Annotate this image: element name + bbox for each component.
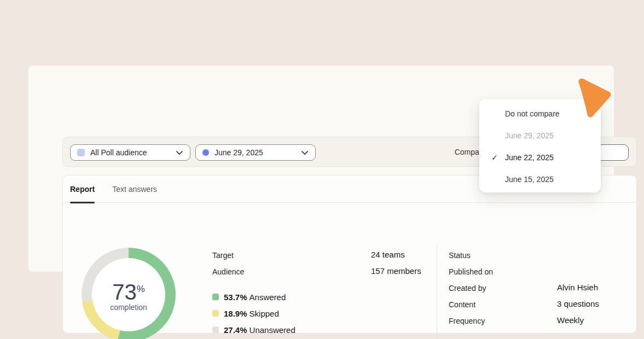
target-audience-label-line2: Audience bbox=[212, 266, 244, 277]
unanswered-label: Unanswered bbox=[250, 325, 295, 335]
content-label: Content bbox=[449, 299, 475, 310]
legend-item-skipped: 18.9% Skipped bbox=[212, 308, 279, 319]
menu-item-june-22-label: June 22, 2025 bbox=[505, 153, 554, 162]
chevron-down-icon bbox=[301, 148, 309, 157]
date-select[interactable]: June 29, 2025 bbox=[195, 144, 316, 161]
created-by-label: Created by bbox=[449, 283, 486, 294]
tab-report[interactable]: Report bbox=[70, 176, 95, 203]
tab-text-answers[interactable]: Text answers bbox=[112, 176, 157, 203]
target-teams-value: 24 teams bbox=[371, 249, 405, 260]
check-icon: ✓ bbox=[491, 153, 498, 162]
percent-sign: % bbox=[137, 284, 145, 294]
menu-item-june-22[interactable]: ✓ June 22, 2025 bbox=[479, 147, 601, 168]
chevron-down-icon bbox=[176, 148, 183, 157]
completion-caption: completion bbox=[110, 303, 147, 312]
content-value: 3 questions bbox=[557, 299, 599, 309]
date-dot-icon bbox=[202, 149, 209, 156]
unanswered-percent: 27.4% bbox=[224, 325, 247, 335]
audience-select-label: All Poll audience bbox=[90, 148, 147, 157]
poll-dashboard: All Poll audience June 29, 2025 Compare … bbox=[0, 0, 644, 339]
published-on-label: Published on bbox=[449, 266, 493, 277]
target-audience-label-line1: Target bbox=[212, 250, 234, 261]
compare-dropdown-menu: Do not compare June 29, 2025 ✓ June 22, … bbox=[479, 99, 601, 192]
frequency-value: Weekly bbox=[557, 315, 584, 326]
completion-value: 73% bbox=[112, 278, 145, 303]
legend-item-unanswered: 27.4% Unanswered bbox=[212, 324, 295, 335]
date-select-label: June 29, 2025 bbox=[214, 148, 263, 157]
answered-label: Answered bbox=[250, 293, 286, 302]
menu-item-do-not-compare[interactable]: Do not compare bbox=[479, 103, 601, 125]
audience-swatch-icon bbox=[77, 149, 85, 156]
frequency-label: Frequency bbox=[449, 315, 485, 326]
report-card: Report Text answers 73% completion Targe… bbox=[62, 175, 637, 334]
answered-percent: 53.7% bbox=[224, 293, 247, 302]
audience-select[interactable]: All Poll audience bbox=[70, 144, 190, 161]
section-divider bbox=[437, 244, 437, 339]
completion-percent: 73 bbox=[112, 280, 137, 304]
completion-donut-chart: 73% completion bbox=[82, 248, 176, 339]
report-body: 73% completion Target Audience 24 teams … bbox=[63, 203, 636, 334]
skipped-percent: 18.9% bbox=[224, 309, 247, 318]
donut-center: 73% completion bbox=[92, 258, 165, 331]
menu-item-june-29[interactable]: June 29, 2025 bbox=[479, 125, 601, 147]
legend-item-answered: 53.7% Answered bbox=[212, 291, 286, 302]
unanswered-swatch-icon bbox=[212, 326, 219, 333]
answered-swatch-icon bbox=[212, 294, 219, 300]
skipped-swatch-icon bbox=[212, 310, 219, 317]
status-label: Status bbox=[449, 250, 471, 261]
target-members-value: 157 members bbox=[371, 266, 421, 277]
created-by-value: Alvin Hsieh bbox=[557, 282, 598, 293]
menu-item-june-15[interactable]: June 15, 2025 bbox=[479, 168, 601, 190]
skipped-label: Skipped bbox=[250, 309, 279, 318]
